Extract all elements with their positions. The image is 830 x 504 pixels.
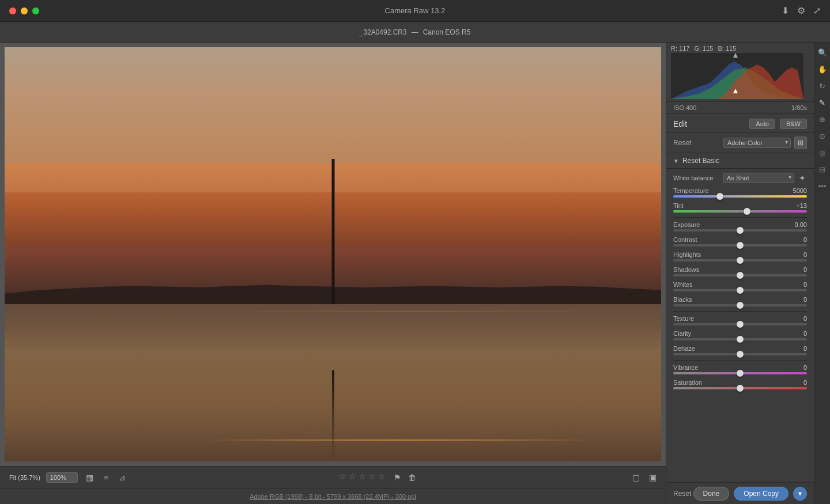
tower-reflection bbox=[332, 370, 334, 461]
whites-thumb[interactable] bbox=[737, 287, 744, 294]
app-title: Camera Raw 13.2 bbox=[385, 6, 446, 15]
bw-button[interactable]: B&W bbox=[780, 119, 807, 129]
window-controls bbox=[9, 7, 39, 14]
exposure-thumb[interactable] bbox=[737, 227, 744, 234]
star-1[interactable]: ☆ bbox=[339, 472, 346, 483]
auto-button[interactable]: Auto bbox=[749, 119, 775, 129]
preset-select[interactable]: Adobe Color Adobe Landscape Adobe Portra… bbox=[723, 138, 791, 148]
red-eye-icon[interactable]: ◎ bbox=[818, 147, 827, 158]
mask-tool-icon[interactable]: ⊙ bbox=[818, 131, 827, 142]
star-4[interactable]: ☆ bbox=[368, 472, 376, 483]
panel-content: R: 117 G: 115 B: 115 bbox=[666, 43, 814, 504]
section-title-basic: Reset Basic bbox=[682, 157, 719, 165]
open-copy-arrow[interactable]: ▾ bbox=[793, 487, 807, 501]
exposure-slider[interactable] bbox=[673, 229, 807, 232]
filter-icon[interactable]: ⊿ bbox=[116, 472, 128, 483]
clarity-label: Clarity bbox=[673, 330, 719, 337]
whites-slider[interactable] bbox=[673, 289, 807, 291]
rotate-tool-icon[interactable]: ↻ bbox=[818, 81, 827, 92]
star-5[interactable]: ☆ bbox=[378, 472, 386, 483]
tint-thumb[interactable] bbox=[744, 208, 750, 215]
snapshot-icon[interactable]: ⊟ bbox=[818, 164, 827, 175]
saturation-thumb[interactable] bbox=[737, 385, 744, 392]
temperature-thumb[interactable] bbox=[716, 193, 723, 200]
white-balance-row: White balance As Shot Auto Daylight Clou… bbox=[673, 172, 807, 184]
shadows-label: Shadows bbox=[673, 266, 719, 273]
dehaze-label: Dehaze bbox=[673, 345, 719, 352]
filmstrip-toggle-icon[interactable]: ▦ bbox=[84, 472, 96, 483]
vibrance-slider[interactable] bbox=[673, 372, 807, 374]
water-shimmer bbox=[202, 439, 595, 441]
highlights-value: 0 bbox=[787, 251, 807, 258]
minimize-button[interactable] bbox=[21, 7, 28, 14]
preset-grid-button[interactable]: ⊞ bbox=[794, 137, 807, 149]
highlights-slider[interactable] bbox=[673, 259, 807, 262]
clarity-row: Clarity 0 bbox=[673, 330, 807, 340]
shadows-thumb[interactable] bbox=[737, 272, 744, 279]
file-separator: — bbox=[412, 28, 418, 36]
zoom-select[interactable]: 100% 50% 25% Fit bbox=[46, 472, 78, 483]
hand-icon[interactable]: ✋ bbox=[817, 64, 828, 75]
dehaze-thumb[interactable] bbox=[737, 351, 744, 358]
close-button[interactable] bbox=[9, 7, 16, 14]
wb-label: White balance bbox=[673, 175, 719, 181]
dehaze-slider[interactable] bbox=[673, 353, 807, 355]
heal-tool-icon[interactable]: ⊕ bbox=[818, 114, 827, 125]
done-button[interactable]: Done bbox=[693, 487, 730, 501]
highlights-thumb[interactable] bbox=[737, 257, 744, 264]
tint-value: +13 bbox=[787, 202, 807, 209]
star-2[interactable]: ☆ bbox=[349, 472, 356, 483]
wb-select-wrapper: As Shot Auto Daylight Cloudy Shade Tungs… bbox=[723, 173, 794, 183]
more-tools-icon[interactable]: ••• bbox=[817, 181, 828, 192]
wb-select[interactable]: As Shot Auto Daylight Cloudy Shade Tungs… bbox=[723, 173, 794, 183]
eyedropper-icon[interactable]: ✦ bbox=[798, 172, 807, 184]
maximize-button[interactable] bbox=[32, 7, 39, 14]
right-column: R: 117 G: 115 B: 115 bbox=[666, 43, 830, 504]
zoom-icon[interactable]: 🔍 bbox=[817, 47, 828, 58]
reset-row: Reset Adobe Color Adobe Landscape Adobe … bbox=[666, 133, 814, 153]
saturation-slider[interactable] bbox=[673, 387, 807, 389]
texture-thumb[interactable] bbox=[737, 321, 744, 328]
blacks-slider[interactable] bbox=[673, 304, 807, 306]
histogram-rgb-values: R: 117 G: 115 B: 115 bbox=[671, 45, 809, 52]
flag-icon[interactable]: ⚑ bbox=[391, 472, 403, 483]
separator-1 bbox=[673, 217, 807, 218]
clarity-slider[interactable] bbox=[673, 338, 807, 340]
vibrance-thumb[interactable] bbox=[737, 370, 744, 377]
star-3[interactable]: ☆ bbox=[359, 472, 366, 483]
settings-gear-icon[interactable]: ⚙ bbox=[797, 5, 805, 16]
temperature-row: Temperature 5000 bbox=[673, 187, 807, 198]
tint-row: Tint +13 bbox=[673, 202, 807, 213]
open-copy-button[interactable]: Open Copy bbox=[734, 487, 788, 501]
zoom-info: Fit (35.7%) 100% 50% 25% Fit bbox=[7, 472, 78, 483]
far-right-toolbar: 🔍 ✋ ↻ ✎ ⊕ ⊙ ◎ ⊟ ••• bbox=[814, 43, 830, 504]
contrast-slider[interactable] bbox=[673, 244, 807, 247]
tint-slider[interactable] bbox=[673, 210, 807, 213]
split-view-icon[interactable]: ▣ bbox=[647, 472, 659, 483]
grid-view-icon[interactable]: ▢ bbox=[630, 472, 642, 483]
controls-area: White balance As Shot Auto Daylight Clou… bbox=[666, 169, 814, 406]
shadows-slider[interactable] bbox=[673, 274, 807, 276]
temperature-slider[interactable] bbox=[673, 195, 807, 198]
edit-tool-icon[interactable]: ✎ bbox=[818, 97, 827, 108]
contrast-thumb[interactable] bbox=[737, 242, 744, 249]
save-to-icon[interactable]: ⬇ bbox=[782, 5, 789, 16]
blacks-thumb[interactable] bbox=[737, 302, 744, 309]
shadows-value: 0 bbox=[787, 266, 807, 273]
file-info[interactable]: Adobe RGB (1998) - 8 bit - 5799 x 3868 (… bbox=[250, 493, 416, 500]
section-header-basic[interactable]: ▼ Reset Basic bbox=[666, 153, 814, 169]
svg-marker-0 bbox=[733, 53, 738, 58]
whites-value: 0 bbox=[787, 281, 807, 288]
reset-label: Reset bbox=[673, 139, 691, 147]
histogram-canvas bbox=[671, 53, 803, 99]
texture-slider[interactable] bbox=[673, 323, 807, 325]
list-view-icon[interactable]: ≡ bbox=[101, 472, 111, 483]
action-reset[interactable]: Reset bbox=[673, 490, 691, 498]
saturation-row: Saturation 0 bbox=[673, 379, 807, 389]
vibrance-row: Vibrance 0 bbox=[673, 364, 807, 374]
clarity-thumb[interactable] bbox=[737, 336, 744, 343]
fullscreen-icon[interactable]: ⤢ bbox=[813, 5, 821, 16]
clarity-value: 0 bbox=[787, 330, 807, 337]
delete-icon[interactable]: 🗑 bbox=[406, 472, 418, 483]
exposure-label: Exposure bbox=[673, 221, 719, 228]
